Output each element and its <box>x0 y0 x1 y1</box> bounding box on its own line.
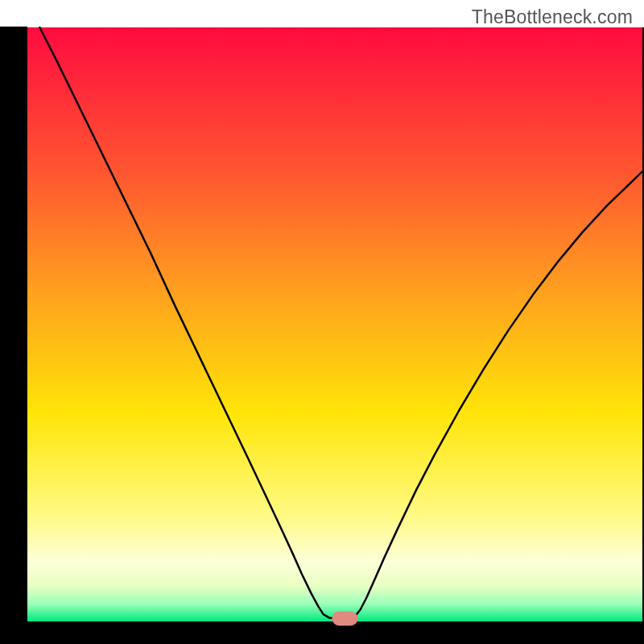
svg-rect-2 <box>0 621 644 644</box>
svg-rect-4 <box>332 611 357 625</box>
svg-rect-0 <box>27 27 644 621</box>
chart-svg <box>0 0 644 644</box>
bottleneck-chart <box>0 0 644 644</box>
attribution-label: TheBottleneck.com <box>472 6 633 28</box>
svg-rect-1 <box>0 27 27 622</box>
